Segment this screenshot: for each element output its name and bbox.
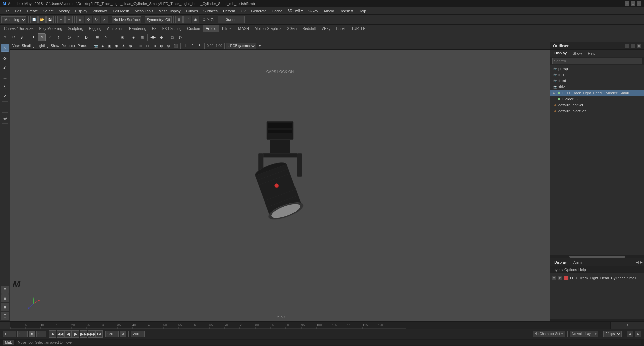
- sign-in-btn[interactable]: Sign In: [218, 16, 245, 23]
- play-fwd-btn[interactable]: ▶▶: [80, 330, 87, 338]
- menu-item-display[interactable]: Display: [73, 8, 90, 14]
- no-char-set-dropdown[interactable]: No Character Set ▾: [533, 331, 565, 337]
- status-input[interactable]: Move Tool: Select an object to move.: [16, 340, 641, 345]
- rotate-tool-left[interactable]: ↻: [1, 83, 9, 91]
- select-tool[interactable]: ↖: [1, 44, 9, 52]
- tab-vray[interactable]: VRay: [319, 25, 333, 32]
- outliner-item-lightset[interactable]: ◈ defaultLightSet: [550, 102, 644, 108]
- viewport[interactable]: View Shading Lighting Show Renderer Pane…: [10, 42, 550, 321]
- out-hscroll[interactable]: [550, 319, 644, 321]
- snap-curve-btn[interactable]: ⌒: [183, 16, 191, 23]
- vp-grid-btn[interactable]: ⊞: [137, 43, 144, 49]
- menu-item-modify[interactable]: Modify: [56, 8, 72, 14]
- timeline-ruler[interactable]: 0 5 10 15 20 25 30 35 40 45 50 55 60 65: [0, 321, 644, 329]
- vp-shading-btn[interactable]: ◈: [99, 43, 106, 49]
- show-geo-btn[interactable]: ▦: [138, 33, 146, 41]
- prev-frame-btn[interactable]: ◀: [64, 330, 72, 338]
- layer-visibility-btn[interactable]: V: [552, 276, 556, 280]
- sub-tab-layers[interactable]: Layers: [552, 268, 563, 272]
- sub-tab-options[interactable]: Options: [564, 268, 577, 272]
- no-anim-layer-dropdown[interactable]: No Anim Layer ▾: [570, 331, 598, 337]
- mel-python-toggle[interactable]: MEL: [3, 340, 14, 345]
- isolate-btn[interactable]: ◈: [129, 33, 138, 41]
- vp-renderer-menu[interactable]: Renderer: [60, 43, 76, 49]
- vp-shading-menu[interactable]: Shading: [21, 43, 36, 49]
- outliner-item-holder3[interactable]: ■ Holder_3: [550, 96, 644, 102]
- soft-mod[interactable]: ◎: [1, 114, 9, 122]
- bottom-scroll-left[interactable]: ◀: [636, 260, 639, 264]
- lasso-tool[interactable]: ⟳: [1, 55, 9, 63]
- rotate-btn[interactable]: ↻: [93, 16, 100, 23]
- vp-view-menu[interactable]: View: [11, 43, 21, 49]
- tab-bifrost[interactable]: Bifrost: [219, 25, 235, 32]
- tab-animation[interactable]: Animation: [104, 25, 126, 32]
- layer-pickable-btn[interactable]: P: [558, 276, 562, 280]
- mode-select[interactable]: Modeling: [1, 16, 26, 23]
- menu-item-select[interactable]: Select: [41, 8, 56, 14]
- goto-start-btn[interactable]: ⏮: [49, 330, 56, 338]
- refresh-btn[interactable]: ↺: [627, 331, 633, 337]
- menu-item-generate[interactable]: Generate: [249, 8, 269, 14]
- outliner-item-persp[interactable]: 📷 persp: [550, 66, 644, 72]
- menu-item-windows[interactable]: Windows: [90, 8, 110, 14]
- outliner-tab-help[interactable]: Help: [585, 51, 598, 56]
- tab-turtle[interactable]: TURTLE: [348, 25, 368, 32]
- frame-step-input[interactable]: [17, 331, 28, 337]
- select-mode-btn[interactable]: ◈: [76, 16, 84, 23]
- menu-item-v-ray[interactable]: V-Ray: [306, 8, 321, 14]
- tab-redshift[interactable]: Redshift: [300, 25, 318, 32]
- layer-btn-2[interactable]: ⊟: [1, 294, 9, 302]
- outliner-item-side[interactable]: 📷 side: [550, 84, 644, 90]
- menu-item-redshift[interactable]: Redshift: [337, 8, 355, 14]
- outliner-item-led-track[interactable]: ▶ ■ LED_Track_Light_Head_Cylinder_Small_: [550, 90, 644, 96]
- tab-mash[interactable]: MASH: [235, 25, 252, 32]
- vp-lighting-menu[interactable]: Lighting: [36, 43, 49, 49]
- layer-btn-4[interactable]: ⊡: [1, 312, 9, 320]
- vp-show-menu[interactable]: Show: [50, 43, 60, 49]
- vp-hud-btn[interactable]: □: [144, 43, 151, 49]
- vp-panels-menu[interactable]: Panels: [77, 43, 89, 49]
- menu-item-edit[interactable]: Edit: [13, 8, 24, 14]
- move-tool-btn[interactable]: ✛: [29, 33, 37, 41]
- scale-tool-btn[interactable]: ⤢: [46, 33, 54, 41]
- move-btn[interactable]: ✛: [85, 16, 92, 23]
- tab-poly-modeling[interactable]: Poly Modeling: [36, 25, 65, 32]
- symmetry-btn[interactable]: Symmetry: Off: [145, 16, 172, 23]
- live-surface-btn[interactable]: No Live Surface: [112, 16, 141, 23]
- menu-item-uv[interactable]: UV: [238, 8, 248, 14]
- scale-btn[interactable]: ⤢: [101, 16, 108, 23]
- range-start-input[interactable]: [36, 331, 46, 337]
- menu-item-file[interactable]: File: [1, 8, 12, 14]
- select-tool-btn[interactable]: ↖: [1, 33, 9, 41]
- outliner-scrollbar[interactable]: [550, 255, 644, 258]
- tab-fx-caching[interactable]: FX Caching: [160, 25, 184, 32]
- play-btn[interactable]: ▶: [72, 330, 79, 338]
- tab-custom[interactable]: Custom: [184, 25, 203, 32]
- redo-btn[interactable]: ↪: [65, 16, 73, 23]
- menu-item-cache[interactable]: Cache: [269, 8, 285, 14]
- rotate-tool-btn[interactable]: ↻: [38, 33, 46, 41]
- show-cam-btn[interactable]: ▷: [177, 33, 185, 41]
- current-frame-input[interactable]: [3, 331, 16, 337]
- gimbal-btn[interactable]: ⊕: [74, 33, 82, 41]
- vp-num1[interactable]: 1: [182, 43, 189, 49]
- layer-btn-3[interactable]: ⊠: [1, 303, 9, 311]
- menu-item-create[interactable]: Create: [24, 8, 40, 14]
- tab-bullet[interactable]: Bullet: [334, 25, 348, 32]
- menu-item-help[interactable]: Help: [356, 8, 369, 14]
- vp-num2[interactable]: 2: [189, 43, 196, 49]
- vp-ao-btn[interactable]: ◐: [158, 43, 165, 49]
- outliner-tab-show[interactable]: Show: [570, 51, 585, 56]
- render-btn[interactable]: ◀▶: [149, 33, 157, 41]
- snap-point-btn[interactable]: ◉: [192, 16, 199, 23]
- tab-rigging[interactable]: Rigging: [86, 25, 104, 32]
- tab-arnold[interactable]: Arnold: [203, 25, 219, 32]
- scale-tool-left[interactable]: ⤢: [1, 92, 9, 100]
- vp-smooth-btn[interactable]: ◉: [113, 43, 120, 49]
- menu-item-curves[interactable]: Curves: [184, 8, 200, 14]
- vp-light-btn[interactable]: ☀: [120, 43, 127, 49]
- menu-item-mesh-tools[interactable]: Mesh Tools: [132, 8, 155, 14]
- vp-settings-btn[interactable]: ▾: [256, 43, 263, 49]
- bottom-tab-anim[interactable]: Anim: [571, 260, 584, 265]
- ipr-btn[interactable]: ⏺: [157, 33, 165, 41]
